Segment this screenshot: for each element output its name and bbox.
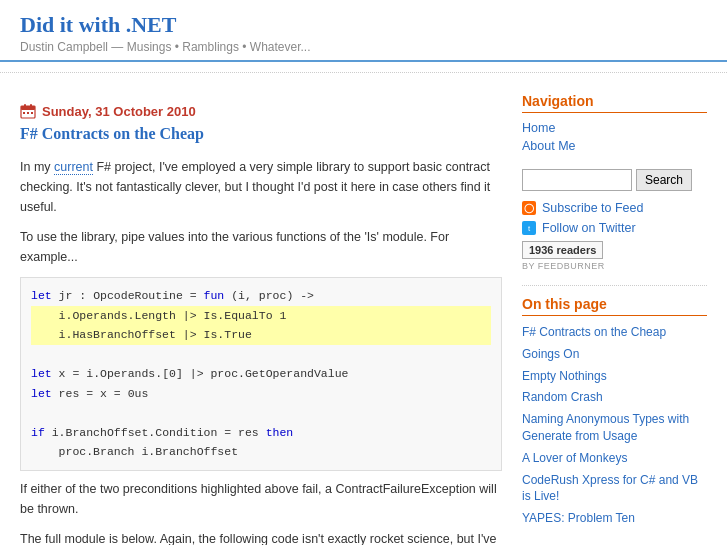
calendar-icon [20, 103, 36, 119]
code-line: let jr : OpcodeRoutine = fun (i, proc) -… [31, 286, 491, 306]
main-content: Sunday, 31 October 2010 F# Contracts on … [20, 93, 502, 545]
code-line: let x = i.Operands.[0] |> proc.GetOperan… [31, 364, 491, 384]
reader-count: 1936 readers [529, 244, 596, 256]
site-header: Did it with .NET Dustin Campbell — Musin… [0, 0, 727, 62]
on-page-link-3[interactable]: Random Crash [522, 389, 707, 406]
on-page-link-5[interactable]: A Lover of Monkeys [522, 450, 707, 467]
code-line: proc.Branch i.BranchOffset [31, 442, 491, 462]
subscribe-feed-link[interactable]: Subscribe to Feed [542, 201, 643, 215]
code-line: i.HasBranchOffset |> Is.True [31, 325, 491, 345]
feedburner-box: 1936 readers [522, 241, 603, 259]
on-page-link-4[interactable]: Naming Anonymous Types with Generate fro… [522, 411, 707, 445]
svg-rect-6 [31, 112, 33, 114]
svg-rect-3 [30, 104, 32, 108]
search-button[interactable]: Search [636, 169, 692, 191]
code-block-1: let jr : OpcodeRoutine = fun (i, proc) -… [20, 277, 502, 471]
search-input[interactable] [522, 169, 632, 191]
post-date: Sunday, 31 October 2010 [42, 104, 196, 119]
twitter-link[interactable]: Follow on Twitter [542, 221, 636, 235]
on-this-page-title: On this page [522, 296, 707, 316]
sidebar-nav-title: Navigation [522, 93, 707, 113]
on-page-link-0[interactable]: F# Contracts on the Cheap [522, 324, 707, 341]
code-line [31, 345, 491, 365]
code-line: let res = x = 0us [31, 384, 491, 404]
post-date-row: Sunday, 31 October 2010 [20, 103, 502, 119]
on-page-link-7[interactable]: YAPES: Problem Ten [522, 510, 707, 527]
feedburner-label: BY FEEDBURNER [522, 261, 707, 271]
header-separator [0, 72, 727, 73]
post-paragraph-4: The full module is below. Again, the fol… [20, 529, 502, 545]
post-paragraph-3: If either of the two preconditions highl… [20, 479, 502, 519]
sidebar-separator [522, 285, 707, 286]
on-page-link-2[interactable]: Empty Nothings [522, 368, 707, 385]
search-row: Search [522, 169, 707, 191]
on-page-link-1[interactable]: Goings On [522, 346, 707, 363]
code-line [31, 403, 491, 423]
post-paragraph-1: In my current F# project, I've employed … [20, 157, 502, 217]
site-tagline: Dustin Campbell — Musings • Ramblings • … [20, 40, 707, 54]
svg-rect-5 [27, 112, 29, 114]
subscribe-feed-row: ◯ Subscribe to Feed [522, 201, 707, 215]
sidebar: Navigation Home About Me Search ◯ Subscr… [522, 93, 707, 545]
sidebar-link-about[interactable]: About Me [522, 139, 707, 153]
sidebar-on-this-page: On this page F# Contracts on the Cheap G… [522, 296, 707, 527]
post-title: F# Contracts on the Cheap [20, 125, 502, 143]
svg-rect-4 [23, 112, 25, 114]
svg-rect-1 [21, 106, 35, 110]
twitter-icon: t [522, 221, 536, 235]
code-line: if i.BranchOffset.Condition = res then [31, 423, 491, 443]
rss-icon: ◯ [522, 201, 536, 215]
current-link[interactable]: current [54, 160, 93, 175]
sidebar-link-home[interactable]: Home [522, 121, 707, 135]
site-title: Did it with .NET [20, 12, 707, 38]
post-body: In my current F# project, I've employed … [20, 157, 502, 545]
code-line: i.Operands.Length |> Is.EqualTo 1 [31, 306, 491, 326]
post-paragraph-2: To use the library, pipe values into the… [20, 227, 502, 267]
feedburner-widget: 1936 readers BY FEEDBURNER [522, 241, 707, 271]
twitter-row: t Follow on Twitter [522, 221, 707, 235]
svg-rect-2 [24, 104, 26, 108]
sidebar-navigation: Navigation Home About Me [522, 93, 707, 153]
on-page-link-6[interactable]: CodeRush Xpress for C# and VB is Live! [522, 472, 707, 506]
